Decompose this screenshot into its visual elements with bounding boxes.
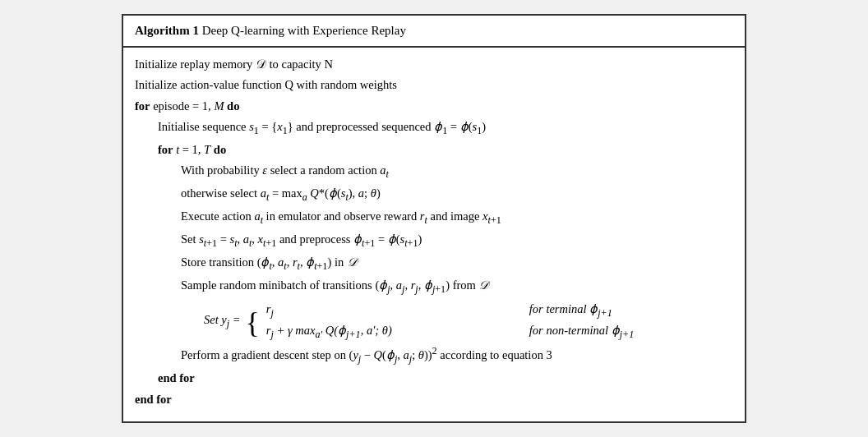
- set-yj-label: Set yj =: [204, 311, 241, 331]
- line-end-for-inner: end for: [135, 368, 733, 389]
- algorithm-title-bold: Algorithm 1: [135, 24, 199, 37]
- line-for-episode: for episode = 1, M do: [135, 96, 733, 117]
- case-row-1: rj for terminal ϕj+1: [266, 301, 634, 320]
- case-row-2: rj + γ maxa′ Q(ϕj+1, a′; θ) for non-term…: [266, 322, 634, 342]
- cases-table: rj for terminal ϕj+1 rj + γ maxa′ Q(ϕj+1…: [266, 301, 634, 342]
- brace-icon: {: [246, 308, 260, 338]
- line-execute: Execute action at in emulator and observ…: [135, 206, 733, 229]
- set-yj-block: Set yj = { rj for terminal ϕj+1 rj + γ m…: [135, 301, 733, 342]
- line-end-for-outer: end for: [135, 389, 733, 410]
- case2-cond: for non-terminal ϕj+1: [529, 322, 634, 342]
- line-store: Store transition (ϕt, at, rt, ϕt+1) in 𝒟: [135, 252, 733, 275]
- case1-cond: for terminal ϕj+1: [529, 301, 612, 320]
- case1-expr: rj: [266, 301, 480, 320]
- line-for-t: for t = 1, T do: [135, 140, 733, 160]
- case2-expr: rj + γ maxa′ Q(ϕj+1, a′; θ): [266, 322, 480, 342]
- line-otherwise: otherwise select at = maxa Q*(ϕ(st), a; …: [135, 183, 733, 206]
- line-with-prob: With probability ε select a random actio…: [135, 160, 733, 183]
- line-sample: Sample random minibatch of transitions (…: [135, 275, 733, 298]
- algorithm-title-rest: Deep Q-learning with Experience Replay: [199, 24, 406, 37]
- line-perform: Perform a gradient descent step on (yj −…: [135, 343, 733, 369]
- line-set-s: Set st+1 = st, at, xt+1 and preprocess ϕ…: [135, 229, 733, 252]
- line-init-memory: Initialize replay memory 𝒟 to capacity N: [135, 54, 733, 75]
- algorithm-box: Algorithm 1 Deep Q-learning with Experie…: [122, 14, 746, 423]
- line-initialise-seq: Initialise sequence s1 = {x1} and prepro…: [135, 117, 733, 140]
- algorithm-header: Algorithm 1 Deep Q-learning with Experie…: [123, 16, 745, 48]
- line-init-q: Initialize action-value function Q with …: [135, 75, 733, 95]
- algorithm-body: Initialize replay memory 𝒟 to capacity N…: [123, 48, 745, 421]
